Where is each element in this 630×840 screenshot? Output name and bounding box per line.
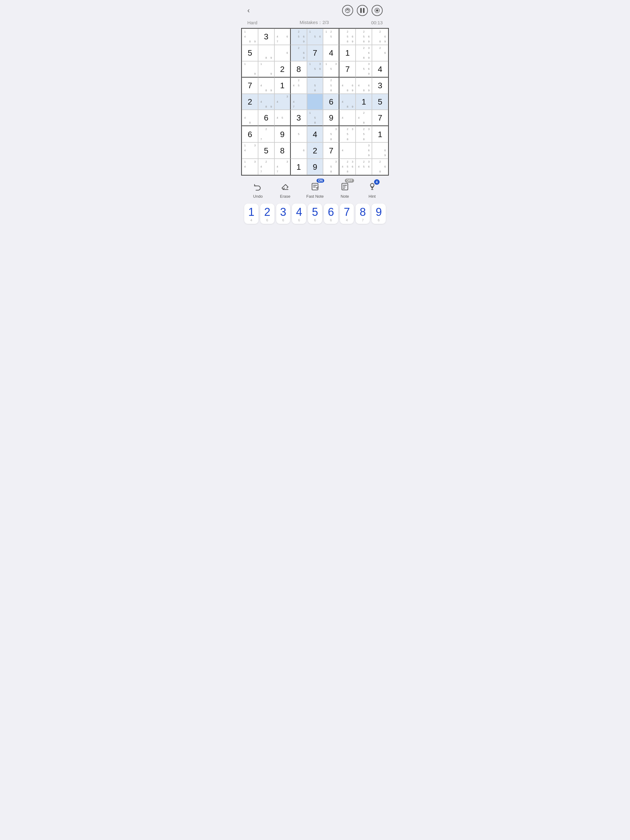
cell-r5-c3[interactable]: 3	[291, 110, 307, 126]
cell-r4-c2[interactable]: 34	[274, 94, 291, 110]
cell-r8-c5[interactable]: 358	[323, 159, 339, 175]
cell-r0-c0[interactable]: 1489	[242, 28, 258, 45]
cell-r2-c7[interactable]: 3569	[356, 61, 372, 77]
cell-r4-c4[interactable]	[307, 94, 323, 110]
numpad-btn-2[interactable]: 26	[260, 204, 274, 224]
cell-r4-c8[interactable]: 5	[372, 94, 388, 110]
cell-r6-c6[interactable]: 2358	[339, 126, 356, 142]
erase-button[interactable]: Erase	[279, 180, 291, 199]
cell-r6-c8[interactable]: 1	[372, 126, 388, 142]
cell-notes: 467	[275, 29, 290, 44]
numpad-btn-9[interactable]: 96	[372, 204, 386, 224]
cell-r6-c2[interactable]: 9	[274, 126, 291, 142]
cell-r7-c3[interactable]: 6	[291, 142, 307, 159]
cell-r6-c7[interactable]: 2358	[356, 126, 372, 142]
palette-button[interactable]	[342, 5, 353, 16]
numpad-btn-3[interactable]: 36	[276, 204, 290, 224]
cell-r2-c3[interactable]: 8	[291, 61, 307, 77]
cell-r0-c3[interactable]: 2569	[291, 28, 307, 45]
cell-r4-c0[interactable]: 2	[242, 94, 258, 110]
cell-r8-c4[interactable]: 9	[307, 159, 323, 175]
cell-r3-c0[interactable]: 7	[242, 77, 258, 94]
cell-r2-c1[interactable]: 19	[258, 61, 274, 77]
cell-r1-c2[interactable]: 6	[274, 45, 291, 61]
cell-r0-c7[interactable]: 25689	[356, 28, 372, 45]
cell-r8-c6[interactable]: 234568	[339, 159, 356, 175]
cell-r8-c2[interactable]: 347	[274, 159, 291, 175]
cell-r0-c2[interactable]: 467	[274, 28, 291, 45]
cell-r2-c0[interactable]: 19	[242, 61, 258, 77]
cell-r1-c3[interactable]: 269	[291, 45, 307, 61]
cell-r5-c0[interactable]: 48	[242, 110, 258, 126]
cell-r3-c8[interactable]: 3	[372, 77, 388, 94]
cell-r4-c3[interactable]: 47	[291, 94, 307, 110]
cell-r4-c5[interactable]: 6	[323, 94, 339, 110]
cell-r4-c6[interactable]: 489	[339, 94, 356, 110]
cell-r7-c2[interactable]: 8	[274, 142, 291, 159]
cell-r5-c4[interactable]: 158	[307, 110, 323, 126]
cell-r6-c3[interactable]: 5	[291, 126, 307, 142]
numpad-btn-4[interactable]: 46	[292, 204, 306, 224]
cell-r4-c1[interactable]: 489	[258, 94, 274, 110]
cell-r7-c8[interactable]: 69	[372, 142, 388, 159]
cell-r1-c5[interactable]: 4	[323, 45, 339, 61]
cell-r1-c8[interactable]: 26	[372, 45, 388, 61]
note-button[interactable]: OFF Note	[339, 180, 351, 199]
hint-button[interactable]: 4 Hint	[366, 180, 378, 199]
cell-r8-c1[interactable]: 247	[258, 159, 274, 175]
numpad-btn-1[interactable]: 14	[244, 204, 258, 224]
numpad-btn-6[interactable]: 66	[324, 204, 338, 224]
fast-note-button[interactable]: ON Fast Note	[306, 180, 324, 199]
cell-r8-c8[interactable]: 268	[372, 159, 388, 175]
cell-r5-c7[interactable]: 248	[356, 110, 372, 126]
cell-r7-c1[interactable]: 5	[258, 142, 274, 159]
cell-r7-c5[interactable]: 7	[323, 142, 339, 159]
cell-r3-c5[interactable]: 258	[323, 77, 339, 94]
cell-r3-c4[interactable]: 58	[307, 77, 323, 94]
cell-r6-c4[interactable]: 4	[307, 126, 323, 142]
cell-r2-c8[interactable]: 4	[372, 61, 388, 77]
cell-r7-c7[interactable]: 369	[356, 142, 372, 159]
cell-r2-c5[interactable]: 135	[323, 61, 339, 77]
cell-r2-c4[interactable]: 1356	[307, 61, 323, 77]
cell-r3-c7[interactable]: 4689	[356, 77, 372, 94]
cell-r6-c5[interactable]: 358	[323, 126, 339, 142]
record-button[interactable]	[372, 5, 383, 16]
cell-r1-c0[interactable]: 5	[242, 45, 258, 61]
cell-r1-c4[interactable]: 7	[307, 45, 323, 61]
cell-r7-c0[interactable]: 134	[242, 142, 258, 159]
cell-r3-c2[interactable]: 1	[274, 77, 291, 94]
cell-r8-c0[interactable]: 134	[242, 159, 258, 175]
cell-r7-c4[interactable]: 2	[307, 142, 323, 159]
numpad-btn-7[interactable]: 74	[340, 204, 354, 224]
numpad-btn-8[interactable]: 87	[356, 204, 370, 224]
cell-r0-c6[interactable]: 25689	[339, 28, 356, 45]
cell-r1-c1[interactable]: 89	[258, 45, 274, 61]
cell-r2-c6[interactable]: 7	[339, 61, 356, 77]
cell-r5-c5[interactable]: 9	[323, 110, 339, 126]
cell-r5-c2[interactable]: 45	[274, 110, 291, 126]
cell-r0-c8[interactable]: 2689	[372, 28, 388, 45]
cell-r3-c1[interactable]: 489	[258, 77, 274, 94]
cell-r6-c1[interactable]: 27	[258, 126, 274, 142]
cell-r7-c6[interactable]: 4	[339, 142, 356, 159]
cell-r1-c7[interactable]: 23689	[356, 45, 372, 61]
cell-r2-c2[interactable]: 2	[274, 61, 291, 77]
cell-r3-c6[interactable]: 4689	[339, 77, 356, 94]
cell-r0-c5[interactable]: 125	[323, 28, 339, 45]
cell-r5-c6[interactable]: 4	[339, 110, 356, 126]
back-button[interactable]: ‹	[247, 6, 250, 15]
pause-button[interactable]	[357, 5, 368, 16]
cell-r0-c1[interactable]: 3	[258, 28, 274, 45]
numpad-btn-5[interactable]: 56	[308, 204, 322, 224]
cell-r3-c3[interactable]: 245	[291, 77, 307, 94]
cell-r8-c3[interactable]: 1	[291, 159, 307, 175]
undo-button[interactable]: Undo	[252, 180, 264, 199]
cell-r0-c4[interactable]: 156	[307, 28, 323, 45]
cell-r8-c7[interactable]: 23456	[356, 159, 372, 175]
cell-r5-c1[interactable]: 6	[258, 110, 274, 126]
cell-r5-c8[interactable]: 7	[372, 110, 388, 126]
cell-r4-c7[interactable]: 1	[356, 94, 372, 110]
cell-r1-c6[interactable]: 1	[339, 45, 356, 61]
cell-r6-c0[interactable]: 6	[242, 126, 258, 142]
